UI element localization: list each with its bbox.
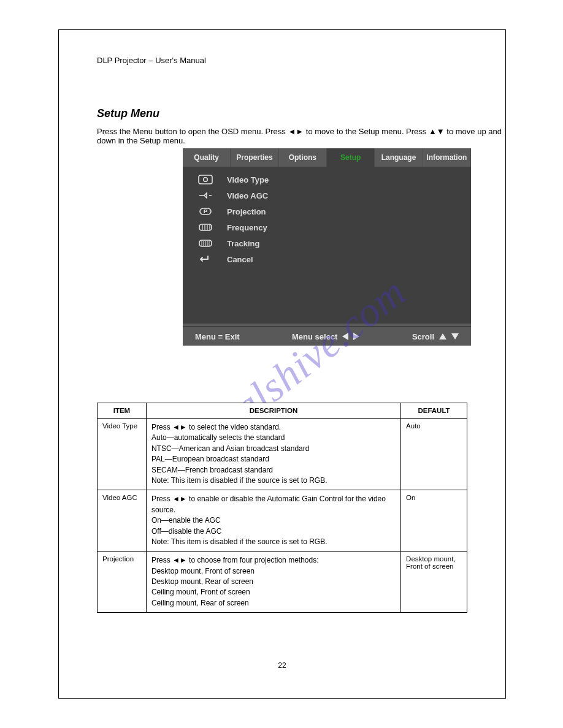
table-cell-item: Video AGC [98,490,147,552]
osd-item-label: Frequency [227,223,267,232]
doc-title: DLP Projector – User's Manual [97,56,206,65]
table-header-item: ITEM [98,403,147,419]
osd-item-label: Projection [227,207,266,216]
table-cell-desc: Press ◄► to select the video standard.Au… [146,419,400,490]
osd-footer-left: Menu = Exit [195,332,240,341]
table-cell-default: On [401,490,467,552]
table-cell-desc: Press ◄► to enable or disable the Automa… [146,490,400,552]
cancel-icon [197,254,213,265]
table-cell-item: Video Type [98,419,147,490]
section-desc: Press the Menu button to open the OSD me… [97,127,505,145]
osd-item-label: Video AGC [227,191,268,200]
frequency-icon [197,222,213,233]
projection-icon: P [197,206,213,217]
osd-tab-bar: Quality Properties Options Setup Languag… [183,148,471,167]
osd-item-frequency[interactable]: Frequency [193,219,461,235]
tab-language[interactable]: Language [375,148,423,167]
tab-setup[interactable]: Setup [327,148,375,167]
table-cell-desc: Press ◄► to choose from four projection … [146,552,400,613]
arrow-right-icon [353,333,359,340]
settings-table: ITEM DESCRIPTION DEFAULT Video Type Pres… [97,403,467,613]
tracking-icon [197,238,213,249]
osd-footer: Menu = Exit Menu select Scroll [183,327,471,346]
table-row: Video AGC Press ◄► to enable or disable … [98,490,467,552]
table-cell-default: Desktop mount, Front of screen [401,552,467,613]
table-row: Video Type Press ◄► to select the video … [98,419,467,490]
section-heading: Setup Menu [97,107,159,120]
table-header-desc: DESCRIPTION [146,403,400,419]
table-row: Projection Press ◄► to choose from four … [98,552,467,613]
arrow-down-icon [451,333,459,339]
osd-screenshot: Quality Properties Options Setup Languag… [183,148,471,346]
osd-item-projection[interactable]: P Projection [193,203,461,219]
page-number: 22 [278,661,286,670]
osd-item-cancel[interactable]: Cancel [193,251,461,267]
osd-divider [183,324,471,326]
table-header-row: ITEM DESCRIPTION DEFAULT [98,403,467,419]
tab-options[interactable]: Options [279,148,327,167]
osd-item-label: Tracking [227,239,259,248]
tab-information[interactable]: Information [423,148,471,167]
table-cell-default: Auto [401,419,467,490]
arrow-up-icon [439,333,446,339]
tab-properties[interactable]: Properties [231,148,278,167]
svg-text:P: P [204,208,207,214]
osd-footer-mid-label: Menu select [292,332,337,341]
osd-item-video-agc[interactable]: Video AGC [193,188,461,203]
osd-item-label: Cancel [227,255,253,264]
svg-point-1 [204,178,207,181]
osd-body: Video Type Video AGC P Projection Freque… [183,167,471,271]
video-type-icon [197,174,213,185]
arrow-left-icon [342,333,348,340]
table-header-default: DEFAULT [401,403,467,419]
osd-item-tracking[interactable]: Tracking [193,235,461,251]
osd-item-video-type[interactable]: Video Type [193,172,461,188]
tab-quality[interactable]: Quality [183,148,231,167]
svg-rect-0 [199,175,212,184]
osd-footer-right-label: Scroll [412,332,434,341]
osd-item-label: Video Type [227,175,269,184]
table-cell-item: Projection [98,552,147,613]
video-agc-icon [197,190,213,201]
